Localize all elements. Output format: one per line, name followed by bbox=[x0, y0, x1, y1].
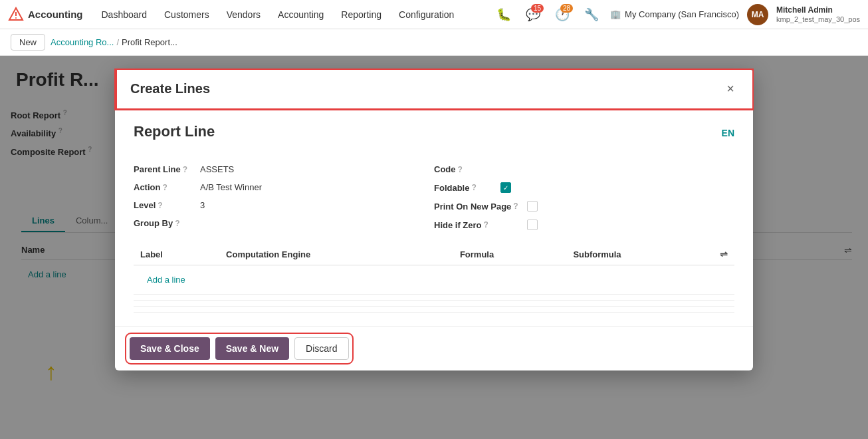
action-value: A/B Test Winner bbox=[200, 182, 262, 192]
table-settings-col: ⇌ bbox=[713, 243, 734, 265]
save-close-button[interactable]: Save & Close bbox=[130, 337, 210, 360]
table-row-add: Add a line bbox=[134, 265, 734, 295]
debug-icon-btn[interactable]: 🐛 bbox=[493, 4, 514, 25]
nav-accounting[interactable]: Accounting bbox=[270, 5, 332, 24]
hide-if-zero-field: Hide if Zero ? bbox=[434, 220, 734, 230]
main-content: Profit R... Root Report ? Availability ?… bbox=[0, 56, 868, 439]
modal: Create Lines × Report Line EN Parent Lin… bbox=[115, 69, 753, 370]
activities-icon-btn[interactable]: 🕐 28 bbox=[552, 4, 573, 25]
print-on-new-page-label: Print On New Page ? bbox=[434, 202, 520, 212]
print-on-new-page-help[interactable]: ? bbox=[513, 202, 518, 211]
code-help[interactable]: ? bbox=[458, 165, 463, 174]
group-by-help[interactable]: ? bbox=[175, 219, 179, 228]
hide-if-zero-label: Hide if Zero ? bbox=[434, 220, 520, 230]
table-separator-3 bbox=[134, 307, 734, 313]
breadcrumb-current: Profit Report... bbox=[122, 37, 177, 47]
company-info: 🏢 My Company (San Francisco) bbox=[610, 9, 739, 19]
company-name: My Company (San Francisco) bbox=[625, 9, 739, 19]
form-grid: Parent Line ? ASSETS Action ? A/B Test W… bbox=[134, 164, 734, 230]
modal-body: Report Line EN Parent Line ? ASSETS bbox=[115, 110, 753, 326]
user-name: Mitchell Admin bbox=[776, 5, 860, 15]
hide-if-zero-checkbox[interactable] bbox=[527, 220, 538, 230]
foldable-label: Foldable ? bbox=[434, 183, 494, 193]
action-help[interactable]: ? bbox=[162, 183, 167, 192]
nav-customers[interactable]: Customers bbox=[156, 5, 217, 24]
user-avatar: MA bbox=[747, 4, 768, 25]
action-field: Action ? A/B Test Winner bbox=[134, 182, 407, 192]
svg-point-2 bbox=[15, 17, 17, 19]
action-label: Action ? bbox=[134, 182, 193, 192]
col-label: Label bbox=[134, 243, 219, 265]
brand-icon bbox=[8, 7, 24, 23]
parent-line-value: ASSETS bbox=[200, 164, 234, 174]
discard-button[interactable]: Discard bbox=[294, 337, 348, 360]
nav-reporting[interactable]: Reporting bbox=[333, 5, 389, 24]
secondary-bar: New Accounting Ro... / Profit Report... bbox=[0, 29, 868, 56]
messages-icon-btn[interactable]: 💬 15 bbox=[522, 4, 544, 25]
navbar-right: 🐛 💬 15 🕐 28 🔧 🏢 My Company (San Francisc… bbox=[493, 4, 860, 25]
parent-line-field: Parent Line ? ASSETS bbox=[134, 164, 407, 174]
level-value: 3 bbox=[200, 200, 205, 210]
foldable-checkbox[interactable]: ✓ bbox=[500, 182, 511, 193]
col-formula: Formula bbox=[453, 243, 567, 265]
nav-dashboard[interactable]: Dashboard bbox=[94, 5, 156, 24]
modal-footer: Save & Close Save & New Discard bbox=[115, 326, 753, 370]
report-line-title: Report Line bbox=[134, 123, 215, 140]
form-left-col: Parent Line ? ASSETS Action ? A/B Test W… bbox=[134, 164, 434, 230]
debug-icon: 🐛 bbox=[496, 7, 511, 22]
parent-line-label: Parent Line ? bbox=[134, 164, 193, 174]
level-label: Level ? bbox=[134, 200, 193, 210]
lang-badge[interactable]: EN bbox=[722, 128, 734, 138]
nav-vendors[interactable]: Vendors bbox=[219, 5, 269, 24]
breadcrumb-link-1[interactable]: Accounting Ro... bbox=[51, 37, 114, 47]
user-info: Mitchell Admin kmp_2_test_may_30_pos bbox=[776, 5, 860, 24]
messages-badge: 15 bbox=[531, 4, 544, 13]
print-on-new-page-field: Print On New Page ? bbox=[434, 201, 734, 212]
activities-badge: 28 bbox=[560, 4, 573, 13]
wrench-icon: 🔧 bbox=[584, 7, 599, 22]
level-help[interactable]: ? bbox=[158, 201, 162, 210]
form-right-col: Code ? Foldable ? ✓ bbox=[434, 164, 734, 230]
group-by-field: Group By ? bbox=[134, 218, 407, 228]
foldable-help[interactable]: ? bbox=[471, 183, 476, 192]
col-subformula: Subformula bbox=[566, 243, 713, 265]
level-field: Level ? 3 bbox=[134, 200, 407, 210]
modal-header: Create Lines × bbox=[115, 69, 753, 110]
nav-items: Dashboard Customers Vendors Accounting R… bbox=[94, 5, 494, 24]
add-line-modal[interactable]: Add a line bbox=[140, 271, 192, 289]
brand-name: Accounting bbox=[28, 9, 83, 20]
building-icon: 🏢 bbox=[610, 9, 621, 19]
modal-overlay: Create Lines × Report Line EN Parent Lin… bbox=[0, 56, 868, 439]
breadcrumb: Accounting Ro... / Profit Report... bbox=[51, 37, 177, 47]
table-separator-1 bbox=[134, 295, 734, 301]
nav-configuration[interactable]: Configuration bbox=[391, 5, 462, 24]
print-on-new-page-checkbox[interactable] bbox=[527, 201, 538, 212]
group-by-label: Group By ? bbox=[134, 218, 193, 228]
breadcrumb-separator: / bbox=[116, 37, 119, 47]
lines-table: Label Computation Engine Formula Subform… bbox=[134, 243, 734, 313]
navbar: Accounting Dashboard Customers Vendors A… bbox=[0, 0, 868, 29]
save-new-button[interactable]: Save & New bbox=[215, 337, 289, 360]
footer-buttons-outline: Save & Close Save & New Discard bbox=[128, 336, 350, 361]
code-label: Code ? bbox=[434, 164, 494, 174]
settings-icon-btn[interactable]: 🔧 bbox=[581, 4, 602, 25]
modal-title: Create Lines bbox=[130, 81, 210, 96]
parent-line-help[interactable]: ? bbox=[183, 165, 187, 174]
modal-close-button[interactable]: × bbox=[721, 78, 740, 99]
hide-if-zero-help[interactable]: ? bbox=[484, 220, 488, 229]
col-computation: Computation Engine bbox=[219, 243, 453, 265]
table-separator-2 bbox=[134, 301, 734, 307]
foldable-field: Foldable ? ✓ bbox=[434, 182, 734, 193]
brand: Accounting bbox=[8, 7, 83, 23]
code-field: Code ? bbox=[434, 164, 734, 174]
new-button[interactable]: New bbox=[11, 34, 45, 51]
table-settings-icon[interactable]: ⇌ bbox=[720, 249, 728, 259]
user-db: kmp_2_test_may_30_pos bbox=[776, 15, 860, 23]
